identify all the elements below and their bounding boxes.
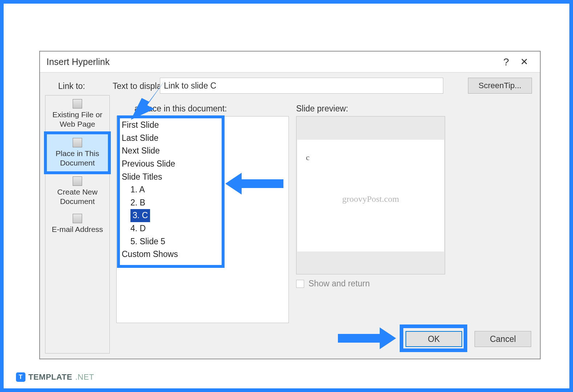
show-return-label: Show and return [308,279,370,289]
sidebar-item-label: Place in This Document [56,149,99,167]
sidebar-item-label: Create New Document [57,188,98,205]
sidebar-item-existing-file[interactable]: Existing File or Web Page [45,95,109,133]
svg-marker-2 [338,327,396,349]
sidebar-item-create-new[interactable]: Create New Document [45,173,109,210]
tree-item[interactable]: 4. D [122,222,283,235]
file-web-icon [73,99,82,109]
sidebar-item-label: E-mail Address [52,225,103,233]
tree-item[interactable]: Custom Shows [122,248,283,261]
tree-item[interactable]: First Slide [122,119,283,132]
tree-item[interactable]: Last Slide [122,132,283,145]
tree-item[interactable]: 2. B [122,196,283,209]
dialog-title: Insert Hyperlink [47,57,497,67]
slide-preview-label: Slide preview: [296,104,348,114]
preview-slide-letter: c [306,153,310,162]
document-place-icon [73,138,82,147]
svg-marker-0 [131,80,165,120]
preview-watermark: groovyPost.com [297,194,444,204]
show-return-checkbox[interactable] [296,280,304,288]
close-icon[interactable]: ✕ [515,56,533,68]
insert-hyperlink-dialog: Insert Hyperlink ? ✕ Link to: Text to di… [39,51,541,359]
cancel-button[interactable]: Cancel [475,331,531,347]
dialog-body: Link to: Text to display: ScreenTip... E… [40,73,540,359]
screentip-button[interactable]: ScreenTip... [468,78,532,94]
annotation-arrow-ok [338,327,396,349]
tree-item[interactable]: 5. Slide 5 [122,235,283,248]
svg-marker-1 [225,173,283,195]
text-to-display-input[interactable] [160,78,443,94]
ok-button[interactable]: OK [405,331,462,347]
brand-suffix: .NET [75,372,94,382]
email-icon [73,214,82,223]
tutorial-frame: Insert Hyperlink ? ✕ Link to: Text to di… [0,0,573,392]
annotation-arrow-sidebar [131,80,174,120]
sidebar-item-label: Existing File or Web Page [52,110,102,128]
annotation-arrow-tree [225,173,283,195]
tree-item[interactable]: Previous Slide [122,158,283,171]
sidebar-item-email[interactable]: E-mail Address [45,210,109,238]
tree-item[interactable]: Next Slide [122,144,283,158]
link-to-label: Link to: [58,81,85,91]
tree-item-selected[interactable]: 3. C [122,209,283,222]
document-places-tree[interactable]: First Slide Last Slide Next Slide Previo… [116,116,289,323]
show-and-return-row: Show and return [296,279,370,289]
link-to-sidebar: Existing File or Web Page Place in This … [45,95,110,354]
brand-watermark: T TEMPLATE.NET [16,372,94,382]
slide-preview: c groovyPost.com [297,140,444,252]
slide-preview-box: c groovyPost.com [296,116,445,274]
help-icon[interactable]: ? [497,56,515,68]
dialog-titlebar: Insert Hyperlink ? ✕ [40,52,540,73]
new-document-icon [73,176,82,186]
brand-name: TEMPLATE [28,372,72,382]
sidebar-item-place-in-document[interactable]: Place in This Document [44,131,111,175]
brand-logo-icon: T [16,372,25,382]
